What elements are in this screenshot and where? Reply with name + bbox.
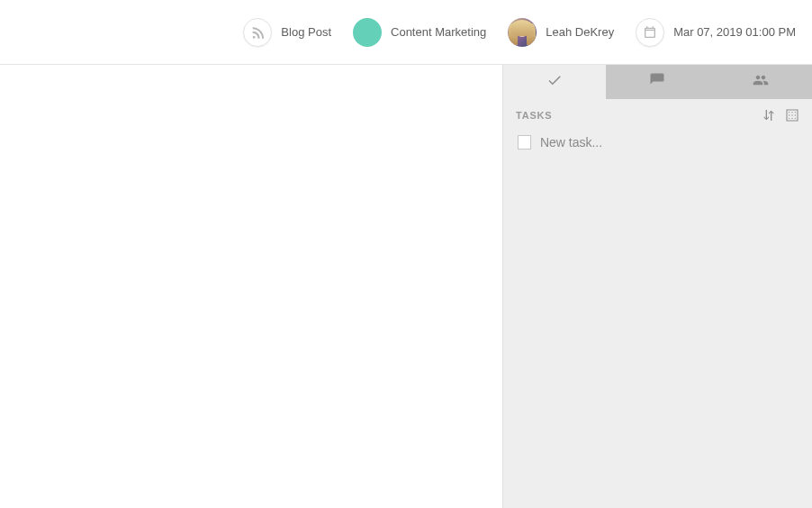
new-task-row xyxy=(503,128,812,157)
grid-icon[interactable] xyxy=(785,108,799,122)
svg-point-6 xyxy=(789,118,789,119)
main-area: TASKS xyxy=(0,65,812,508)
owner-chip[interactable]: Leah DeKrey xyxy=(508,18,625,47)
svg-point-1 xyxy=(791,112,792,113)
svg-point-5 xyxy=(795,114,796,115)
avatar xyxy=(508,18,537,47)
comment-icon xyxy=(649,72,665,92)
sidebar-tabs xyxy=(503,65,812,99)
tasks-panel-header: TASKS xyxy=(503,99,812,128)
sort-icon[interactable] xyxy=(762,108,776,122)
svg-point-3 xyxy=(789,114,789,115)
svg-point-7 xyxy=(791,118,792,119)
team-icon xyxy=(753,72,769,92)
tab-comments[interactable] xyxy=(606,65,708,99)
header-toolbar: Blog Post Content Marketing Leah DeKrey … xyxy=(0,0,812,65)
tasks-title: TASKS xyxy=(516,110,552,121)
category-label: Content Marketing xyxy=(391,25,486,39)
svg-point-2 xyxy=(795,112,796,113)
category-chip[interactable]: Content Marketing xyxy=(353,18,497,47)
tab-team[interactable] xyxy=(709,65,812,99)
rss-icon xyxy=(243,18,272,47)
sidebar-panel: TASKS xyxy=(502,65,812,508)
task-checkbox[interactable] xyxy=(518,135,531,150)
new-task-input[interactable] xyxy=(540,135,798,150)
content-type-label: Blog Post xyxy=(281,25,331,39)
tab-tasks[interactable] xyxy=(503,65,606,99)
date-label: Mar 07, 2019 01:00 PM xyxy=(673,25,796,39)
category-color-icon xyxy=(353,18,382,47)
svg-point-4 xyxy=(791,114,792,115)
owner-label: Leah DeKrey xyxy=(546,25,614,39)
svg-point-8 xyxy=(795,118,796,119)
svg-point-0 xyxy=(789,112,789,113)
check-icon xyxy=(546,72,563,92)
content-type-chip[interactable]: Blog Post xyxy=(243,18,342,47)
calendar-icon xyxy=(636,18,664,47)
date-chip[interactable]: Mar 07, 2019 01:00 PM xyxy=(636,18,796,47)
content-area xyxy=(0,65,502,508)
tasks-header-actions xyxy=(762,108,799,122)
